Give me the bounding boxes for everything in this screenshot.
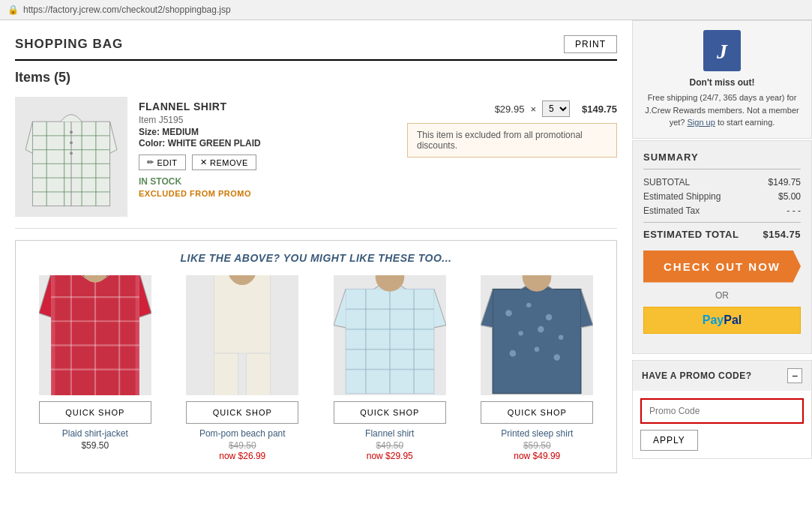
rec-title: LIKE THE ABOVE? YOU MIGHT LIKE THESE TOO… <box>27 252 605 264</box>
svg-rect-24 <box>214 275 271 353</box>
paypal-button[interactable]: PayPal <box>643 307 801 334</box>
product-name: FLANNEL SHIRT <box>139 100 388 112</box>
subtotal-label: SUBTOTAL <box>643 177 690 188</box>
rewards-text: Free shipping (24/7, 365 days a year) fo… <box>642 92 802 129</box>
svg-point-39 <box>526 303 531 308</box>
shipping-value: $5.00 <box>778 191 801 202</box>
color-label: Color: <box>139 138 165 148</box>
rewards-title: Don't miss out! <box>642 77 802 88</box>
rec-items-list: QUICK SHOP Plaid shirt-jacket $59.50 <box>27 275 605 461</box>
shopping-bag-header: SHOPPING BAG PRINT <box>15 35 617 61</box>
quantity-select[interactable]: 5 1 2 3 4 <box>542 100 570 117</box>
browser-bar: 🔒 https://factory.jcrew.com/checkout2/sh… <box>0 0 812 20</box>
rec-item-price-3: $49.50 now $29.95 <box>367 440 413 461</box>
page-title: SHOPPING BAG <box>15 37 123 52</box>
promo-collapse-button[interactable]: − <box>787 368 802 383</box>
rec-item-price-4: $59.50 now $49.99 <box>514 440 560 461</box>
shipping-row: Estimated Shipping $5.00 <box>643 191 801 202</box>
remove-button[interactable]: ✕ REMOVE <box>192 154 256 170</box>
recommendations-section: LIKE THE ABOVE? YOU MIGHT LIKE THESE TOO… <box>15 240 617 473</box>
product-pricing-area: $29.95 × 5 1 2 3 4 $149.75 This item is … <box>400 97 617 158</box>
multiply-symbol: × <box>530 104 536 115</box>
x-icon: ✕ <box>200 158 208 167</box>
product-actions: ✏ EDIT ✕ REMOVE <box>139 154 388 170</box>
quick-shop-btn-4[interactable]: QUICK SHOP <box>481 401 593 424</box>
promo-header: HAVE A PROMO CODE? − <box>633 361 811 391</box>
summary-title: SUMMARY <box>643 152 801 170</box>
product-color: Color: WHITE GREEN PLAID <box>139 138 388 148</box>
rec-image-3 <box>334 275 446 395</box>
svg-point-42 <box>538 326 544 333</box>
total-price: $149.75 <box>576 104 617 115</box>
rec-item-4: QUICK SHOP Printed sleep shirt $59.50 no… <box>469 275 606 461</box>
edit-button[interactable]: ✏ EDIT <box>139 154 186 170</box>
print-button[interactable]: PRINT <box>564 35 617 53</box>
rec-item-name-1: Plaid shirt-jacket <box>62 428 128 439</box>
summary-divider <box>643 222 801 223</box>
product-size: Size: MEDIUM <box>139 127 388 137</box>
promo-header-label: HAVE A PROMO CODE? <box>642 370 752 381</box>
size-value: MEDIUM <box>162 127 199 137</box>
rec-image-2 <box>186 275 298 395</box>
svg-point-44 <box>510 350 517 357</box>
pencil-icon: ✏ <box>147 158 154 167</box>
color-value: WHITE GREEN PLAID <box>168 138 261 148</box>
svg-point-46 <box>554 354 561 361</box>
shipping-label: Estimated Shipping <box>643 191 721 202</box>
promo-code-input[interactable] <box>640 398 804 424</box>
rec-image-1 <box>39 275 151 395</box>
rec-item-name-2: Pom-pom beach pant <box>199 428 286 439</box>
subtotal-value: $149.75 <box>769 177 801 188</box>
rec-item-1: QUICK SHOP Plaid shirt-jacket $59.50 <box>27 275 163 461</box>
svg-point-11 <box>70 130 73 134</box>
jcrew-logo-icon: J <box>703 30 741 71</box>
promo-notice: This item is excluded from all promotion… <box>407 123 617 158</box>
url-text: https://factory.jcrew.com/checkout2/shop… <box>23 4 231 15</box>
quick-shop-btn-1[interactable]: QUICK SHOP <box>39 401 151 424</box>
sign-up-link[interactable]: Sign up <box>688 118 715 127</box>
svg-rect-25 <box>214 353 238 395</box>
svg-point-12 <box>70 141 73 144</box>
svg-point-38 <box>505 310 512 316</box>
rewards-banner: J Don't miss out! Free shipping (24/7, 3… <box>632 20 812 139</box>
rec-item-name-4: Printed sleep shirt <box>501 428 573 439</box>
rec-item-price-1: $59.50 <box>81 440 109 451</box>
rec-image-4 <box>481 275 593 395</box>
promo-input-area: APPLY <box>633 391 811 458</box>
total-row: ESTIMATED TOTAL $154.75 <box>643 229 801 240</box>
promo-section: HAVE A PROMO CODE? − APPLY <box>632 360 812 459</box>
tax-value: - - - <box>787 206 801 216</box>
svg-point-41 <box>519 331 523 335</box>
total-label: ESTIMATED TOTAL <box>643 229 739 240</box>
svg-text:J: J <box>716 40 728 63</box>
promo-apply-button[interactable]: APPLY <box>640 430 698 451</box>
or-text: OR <box>643 290 801 301</box>
in-stock-status: IN STOCK <box>139 176 388 187</box>
rec-item-price-2: $49.50 now $26.99 <box>219 440 265 461</box>
quick-shop-btn-3[interactable]: QUICK SHOP <box>334 401 446 424</box>
svg-rect-26 <box>247 353 271 395</box>
product-row: FLANNEL SHIRT Item J5195 Size: MEDIUM Co… <box>15 97 617 229</box>
size-label: Size: <box>139 127 160 137</box>
excluded-promo: EXCLUDED FROM PROMO <box>139 189 388 198</box>
tax-label: Estimated Tax <box>643 206 700 216</box>
rec-item-name-3: Flannel shirt <box>365 428 414 439</box>
summary-box: SUMMARY SUBTOTAL $149.75 Estimated Shipp… <box>632 140 812 354</box>
checkout-button[interactable]: CHECK OUT NOW <box>643 250 801 283</box>
product-details: FLANNEL SHIRT Item J5195 Size: MEDIUM Co… <box>139 97 388 198</box>
items-count: Items (5) <box>15 70 617 86</box>
subtotal-row: SUBTOTAL $149.75 <box>643 177 801 188</box>
svg-point-45 <box>535 347 539 352</box>
total-value: $154.75 <box>763 229 802 240</box>
svg-point-13 <box>70 152 73 154</box>
sidebar: J Don't miss out! Free shipping (24/7, 3… <box>632 20 812 519</box>
svg-point-40 <box>546 314 553 321</box>
main-content: SHOPPING BAG PRINT Items (5) <box>0 20 632 519</box>
quick-shop-btn-2[interactable]: QUICK SHOP <box>186 401 298 424</box>
unit-price: $29.95 <box>495 104 525 115</box>
paypal-icon: PayPal <box>703 314 742 327</box>
product-item-num: Item J5195 <box>139 115 388 125</box>
svg-rect-37 <box>493 289 581 393</box>
svg-point-43 <box>559 334 563 339</box>
rec-item-2: QUICK SHOP Pom-pom beach pant $49.50 now… <box>175 275 311 461</box>
